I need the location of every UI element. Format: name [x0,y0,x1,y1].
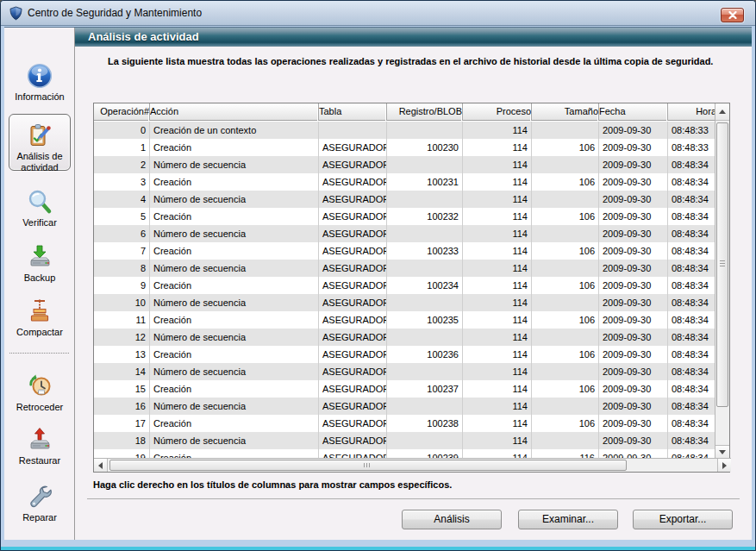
rollback-clock-icon [25,371,54,400]
frame-accent-line [1,547,755,550]
table-cell: Creación [150,277,319,294]
sidebar-item-retroceder[interactable]: Retroceder [7,371,72,413]
table-cell: 08:48:34 [668,225,715,242]
column-header-tamano[interactable]: Tamaño [532,103,599,121]
table-cell: Creación de un contexto [150,122,319,139]
sidebar-item-compactar[interactable]: Compactar [7,297,72,338]
table-row[interactable]: 1CreaciónASEGURADOR1002301141062009-09-3… [94,139,715,156]
table-cell: Creación [150,311,319,329]
table-row[interactable]: 18Número de secuenciaASEGURADOR1142009-0… [94,432,715,449]
sidebar-item-restaurar[interactable]: Restaurar [7,426,72,466]
table-row[interactable]: 17CreaciónASEGURADOR1002381141062009-09-… [94,415,715,432]
wrench-icon [26,483,53,510]
column-header-tabla[interactable]: Tabla [319,103,387,121]
sidebar-divider [9,353,69,354]
table-cell: ASEGURADOR [319,277,387,294]
arrow-down-icon [719,450,726,454]
table-cell: 14 [94,363,150,380]
table-cell: 9 [94,277,150,294]
sidebar-item-verificar[interactable]: Verificar [7,188,72,229]
table-row[interactable]: 15CreaciónASEGURADOR1002371141062009-09-… [94,380,715,398]
sidebar-item-backup[interactable]: Backup [7,243,72,284]
table-cell [387,191,463,208]
horizontal-scroll-thumb[interactable] [109,460,627,471]
table-cell: 5 [94,208,150,225]
table-cell: 7 [94,242,150,260]
column-header-fecha[interactable]: Fecha [599,103,668,121]
sidebar-item-label: Backup [7,272,72,284]
table-cell: 114 [463,139,532,156]
table-row[interactable]: 14Número de secuenciaASEGURADOR1142009-0… [94,363,715,380]
table-row[interactable]: 4Número de secuenciaASEGURADOR1142009-09… [94,191,715,208]
table-row[interactable]: 9CreaciónASEGURADOR1002341141062009-09-3… [94,277,715,294]
table-cell: Número de secuencia [150,398,319,415]
column-header-operacion[interactable]: Operación# [94,103,150,121]
table-row[interactable]: 6Número de secuenciaASEGURADOR1142009-09… [94,225,715,242]
table-cell: 2009-09-30 [599,432,668,449]
column-header-hora[interactable]: Hora [668,103,716,121]
column-header-accion[interactable]: Acción [150,103,319,121]
table-cell: 100235 [387,311,463,329]
table-cell: Creación [150,346,319,363]
table-cell: 114 [463,208,532,225]
table-row[interactable]: 8Número de secuenciaASEGURADOR1142009-09… [94,260,715,277]
close-button[interactable] [721,8,744,22]
vertical-scroll-thumb[interactable] [716,122,728,407]
table-cell: 2009-09-30 [599,139,668,156]
close-icon [728,11,737,19]
restore-drive-icon [26,426,53,454]
column-header-proceso[interactable]: Proceso [463,103,532,121]
table-row[interactable]: 5CreaciónASEGURADOR1002321141062009-09-3… [94,208,715,225]
table-cell [532,363,599,380]
scroll-down-button[interactable] [715,445,729,459]
table-cell: 106 [532,346,599,363]
table-cell: 16 [94,398,150,415]
arrow-right-icon [722,462,727,469]
table-cell: ASEGURADOR [319,208,387,225]
main-content: Análisis de actividad La siguiente lista… [75,28,752,542]
horizontal-scrollbar[interactable] [94,458,731,472]
table-cell: 2009-09-30 [599,156,668,173]
titlebar[interactable]: Centro de Seguridad y Mantenimiento [1,1,755,26]
table-row[interactable]: 16Número de secuenciaASEGURADOR1142009-0… [94,398,715,415]
column-header-registro-blob[interactable]: Registro/BLOB [387,103,463,121]
table-cell: 100231 [387,173,463,191]
table-row[interactable]: 7CreaciónASEGURADOR1002331141062009-09-3… [94,242,715,260]
vertical-scrollbar[interactable] [715,103,729,459]
sidebar-item-analisis-actividad[interactable]: Análisis de actividad [9,114,71,171]
table-cell: 114 [463,191,532,208]
thumb-grip [364,463,372,467]
scroll-right-button[interactable] [717,459,731,472]
table-cell: 2009-09-30 [599,294,668,311]
table-cell: Número de secuencia [150,432,319,449]
table-cell: ASEGURADOR [319,432,387,449]
table-cell: 106 [532,277,599,294]
sidebar-item-label: Reparar [7,512,72,523]
table-cell [532,260,599,277]
table-cell: 08:48:34 [668,329,715,346]
analisis-button[interactable]: Análisis [402,510,502,529]
scroll-left-button[interactable] [94,459,108,472]
scroll-up-button[interactable] [715,103,729,121]
table-cell [387,156,463,173]
table-row[interactable]: 12Número de secuenciaASEGURADOR1142009-0… [94,329,715,346]
sidebar-item-reparar[interactable]: Reparar [7,483,72,523]
table-row[interactable]: 0Creación de un contexto1142009-09-3008:… [94,122,715,139]
table-row[interactable]: 13CreaciónASEGURADOR1002361141062009-09-… [94,346,715,363]
table-cell [387,260,463,277]
examinar-button[interactable]: Examinar... [518,510,618,529]
table-cell: Creación [150,242,319,260]
exportar-button[interactable]: Exportar... [633,510,733,529]
table-cell: 08:48:34 [668,398,715,415]
table-cell: 2 [94,156,150,173]
table-row[interactable]: 11CreaciónASEGURADOR1002351141062009-09-… [94,311,715,329]
table-cell: Creación [150,380,319,398]
table-cell: ASEGURADOR [319,346,387,363]
table-cell: 100232 [387,208,463,225]
sidebar-item-informacion[interactable]: Información [7,62,72,103]
table-row[interactable]: 2Número de secuenciaASEGURADOR1142009-09… [94,156,715,173]
table-row[interactable]: 10Número de secuenciaASEGURADOR1142009-0… [94,294,715,311]
table-row[interactable]: 3CreaciónASEGURADOR1002311141062009-09-3… [94,173,715,191]
table-cell: 10 [94,294,150,311]
table-cell [387,398,463,415]
